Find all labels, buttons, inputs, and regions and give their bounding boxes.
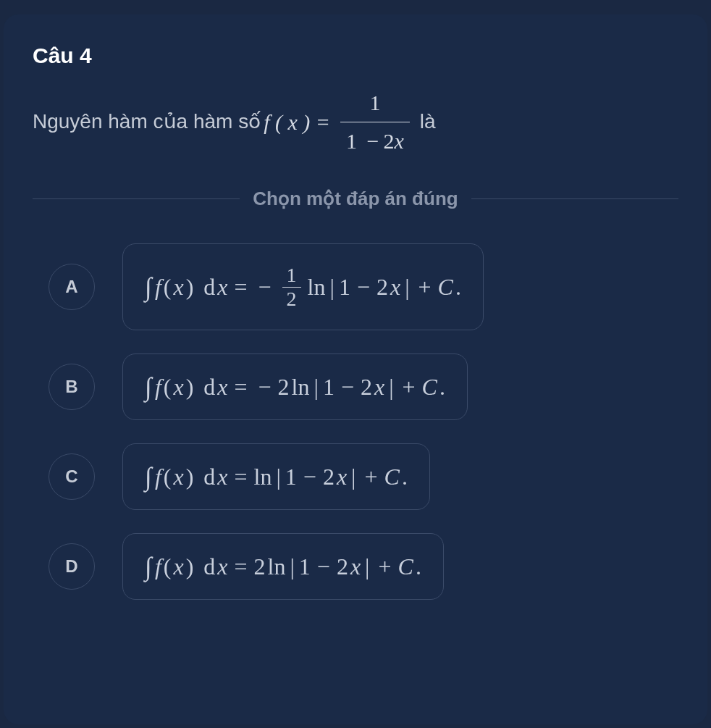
abs-r: | — [389, 374, 393, 401]
instruction-text: Chọn một đáp án đúng — [253, 188, 458, 210]
sym-minus: − — [303, 464, 316, 490]
sym-plus: + — [403, 374, 416, 401]
abs-r: | — [365, 553, 369, 580]
sym-x2: x — [217, 274, 227, 301]
sym-x3: x — [350, 553, 361, 580]
paren-r: ) — [186, 374, 194, 401]
abs-l: | — [276, 464, 280, 490]
sym-neg: − — [258, 374, 272, 401]
sym-eq: = — [234, 464, 247, 490]
option-letter-b: B — [49, 364, 95, 410]
divider-left — [33, 198, 240, 199]
sym-x2: x — [217, 464, 227, 490]
paren-r: ) — [186, 464, 194, 490]
option-letter-d: D — [49, 543, 95, 590]
sym-eq: = — [234, 553, 247, 580]
question-fraction: 1 1 −2x — [340, 85, 410, 159]
sym-coef2: 2 — [278, 374, 290, 401]
sym-ln: ln — [254, 464, 272, 490]
abs-l: | — [314, 374, 318, 401]
question-title: Câu 4 — [33, 43, 678, 68]
option-content-a: ∫ f ( x ) d x = − 1 2 ln | 1 — [122, 243, 484, 330]
option-d[interactable]: D ∫ f ( x ) d x = 2ln | 1 − 2x | — [49, 533, 678, 600]
sym-x: x — [173, 374, 183, 401]
sym-plus: + — [378, 553, 391, 580]
sym-period: . — [416, 553, 421, 580]
instruction-row: Chọn một đáp án đúng — [33, 188, 678, 210]
sym-f: f — [155, 374, 161, 401]
question-card: Câu 4 Nguyên hàm của hàm số f ( x ) = 1 … — [4, 14, 707, 724]
option-content-c: ∫ f ( x ) d x = ln | 1 − 2x | + C. — [122, 443, 430, 510]
paren-l: ( — [164, 553, 172, 580]
sym-plus: + — [364, 464, 377, 490]
sym-d: d — [203, 274, 215, 301]
divider-right — [471, 198, 678, 199]
sym-2: 2 — [337, 553, 348, 580]
sym-1: 1 — [299, 553, 311, 580]
sym-f: f — [155, 553, 161, 580]
sym-1: 1 — [323, 374, 335, 401]
integral-icon: ∫ — [145, 461, 152, 492]
option-content-b: ∫ f ( x ) d x = − 2ln | 1 − 2x | + — [122, 353, 468, 420]
den-minus: − — [367, 129, 379, 153]
sym-period: . — [439, 374, 445, 401]
sym-x2: x — [217, 374, 227, 401]
frac-den: 2 — [282, 287, 301, 311]
question-prompt: Nguyên hàm của hàm số f ( x ) = 1 1 −2x … — [33, 85, 678, 159]
sym-C: C — [398, 553, 413, 580]
den-2: 2 — [383, 129, 394, 153]
paren-l: ( — [164, 374, 172, 401]
sym-d: d — [203, 464, 215, 490]
sym-d: d — [203, 374, 215, 401]
fraction-denominator: 1 −2x — [340, 122, 410, 159]
option-a[interactable]: A ∫ f ( x ) d x = − 1 2 ln — [49, 243, 678, 330]
sym-2: 2 — [361, 374, 372, 401]
sym-1: 1 — [285, 464, 297, 490]
sym-2: 2 — [376, 274, 388, 301]
paren-l: ( — [164, 464, 172, 490]
sym-d: d — [203, 553, 215, 580]
sym-eq: = — [234, 274, 247, 301]
paren-r: ) — [186, 274, 194, 301]
prompt-prefix: Nguyên hàm của hàm số — [33, 106, 261, 138]
sym-x3: x — [337, 464, 347, 490]
integral-icon: ∫ — [145, 551, 152, 582]
sym-x3: x — [390, 274, 400, 301]
sym-x2: x — [217, 553, 227, 580]
den-1: 1 — [346, 129, 357, 153]
option-math-d: ∫ f ( x ) d x = 2ln | 1 − 2x | + C. — [145, 551, 421, 582]
sym-minus: − — [357, 274, 370, 301]
option-math-b: ∫ f ( x ) d x = − 2ln | 1 − 2x | + — [145, 372, 445, 402]
function-expression: f ( x ) = 1 1 −2x — [264, 85, 414, 159]
sym-x: x — [173, 553, 183, 580]
abs-r: | — [351, 464, 356, 490]
sym-period: . — [455, 274, 461, 301]
sym-eq: = — [234, 374, 247, 401]
sym-period: . — [402, 464, 408, 490]
sym-2: 2 — [323, 464, 335, 490]
sym-x: x — [173, 274, 183, 301]
sym-ln: ln — [308, 274, 326, 301]
sym-f: f — [155, 274, 161, 301]
sym-plus: + — [418, 274, 432, 301]
abs-l: | — [290, 553, 294, 580]
integral-icon: ∫ — [145, 372, 152, 402]
sym-ln: ln — [268, 553, 286, 580]
abs-r: | — [405, 274, 409, 301]
function-lhs: f ( x ) = — [264, 105, 330, 140]
option-letter-c: C — [49, 453, 95, 500]
option-c[interactable]: C ∫ f ( x ) d x = ln | 1 − 2x | — [49, 443, 678, 510]
sym-C: C — [422, 374, 437, 401]
sym-1: 1 — [339, 274, 350, 301]
den-x: x — [394, 129, 403, 153]
sym-x: x — [173, 464, 183, 490]
sym-coef2: 2 — [254, 553, 266, 580]
sym-ln: ln — [292, 374, 310, 401]
paren-r: ) — [186, 553, 194, 580]
sym-minus: − — [341, 374, 354, 401]
fraction-numerator: 1 — [363, 85, 386, 122]
prompt-suffix: là — [420, 106, 436, 138]
frac-num: 1 — [282, 264, 301, 287]
sym-f: f — [155, 464, 161, 490]
option-b[interactable]: B ∫ f ( x ) d x = − 2ln | 1 − 2x — [49, 353, 678, 420]
